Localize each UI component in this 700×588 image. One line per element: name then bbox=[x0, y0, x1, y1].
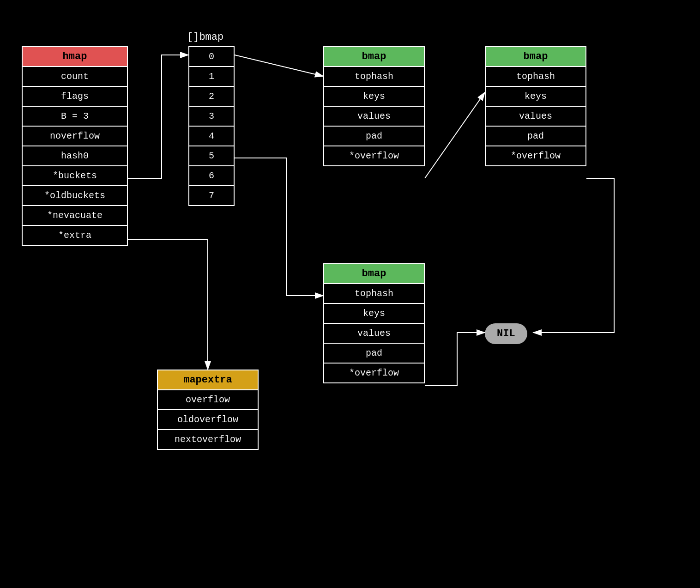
bmap1-tophash: tophash bbox=[324, 66, 424, 86]
mapextra-nextoverflow: nextoverflow bbox=[158, 429, 258, 449]
bmap1-keys: keys bbox=[324, 86, 424, 106]
lbmap-1: 1 bbox=[189, 66, 234, 86]
lbmap-2: 2 bbox=[189, 86, 234, 106]
hmap-nevacuate: *nevacuate bbox=[23, 205, 127, 225]
bmap3-keys: keys bbox=[324, 303, 424, 323]
bmap1-pad: pad bbox=[324, 126, 424, 145]
lbmap-6: 6 bbox=[189, 165, 234, 185]
bmap2-header: bmap bbox=[486, 47, 585, 66]
hmap-buckets: *buckets bbox=[23, 165, 127, 185]
lbmap-label: []bmap bbox=[187, 31, 223, 43]
bmap3-overflow: *overflow bbox=[324, 363, 424, 382]
bmap2-pad: pad bbox=[486, 126, 585, 145]
bmap2-tophash: tophash bbox=[486, 66, 585, 86]
bmap2-values: values bbox=[486, 106, 585, 126]
lbmap-4: 4 bbox=[189, 126, 234, 145]
hmap-noverflow: noverflow bbox=[23, 126, 127, 145]
lbmap-0: 0 bbox=[189, 47, 234, 66]
lbmap-3: 3 bbox=[189, 106, 234, 126]
bmap2-keys: keys bbox=[486, 86, 585, 106]
hmap-header: hmap bbox=[23, 47, 127, 66]
lbmap-struct: 0 1 2 3 4 5 6 7 bbox=[188, 46, 235, 206]
bmap1-header: bmap bbox=[324, 47, 424, 66]
bmap3-struct: bmap tophash keys values pad *overflow bbox=[323, 263, 425, 383]
hmap-hash0: hash0 bbox=[23, 145, 127, 165]
bmap3-values: values bbox=[324, 323, 424, 343]
lbmap-5: 5 bbox=[189, 145, 234, 165]
bmap3-header: bmap bbox=[324, 264, 424, 283]
hmap-count: count bbox=[23, 66, 127, 86]
hmap-extra: *extra bbox=[23, 225, 127, 245]
hmap-struct: hmap count flags B = 3 noverflow hash0 *… bbox=[22, 46, 128, 246]
bmap3-tophash: tophash bbox=[324, 283, 424, 303]
bmap2-struct: bmap tophash keys values pad *overflow bbox=[485, 46, 586, 166]
bmap2-overflow: *overflow bbox=[486, 145, 585, 165]
bmap1-overflow: *overflow bbox=[324, 145, 424, 165]
lbmap-7: 7 bbox=[189, 185, 234, 205]
bmap1-values: values bbox=[324, 106, 424, 126]
bmap1-struct: bmap tophash keys values pad *overflow bbox=[323, 46, 425, 166]
mapextra-oldoverflow: oldoverflow bbox=[158, 409, 258, 429]
mapextra-struct: mapextra overflow oldoverflow nextoverfl… bbox=[157, 370, 259, 450]
hmap-flags: flags bbox=[23, 86, 127, 106]
hmap-oldbuckets: *oldbuckets bbox=[23, 185, 127, 205]
bmap3-pad: pad bbox=[324, 343, 424, 363]
mapextra-overflow: overflow bbox=[158, 389, 258, 409]
hmap-b: B = 3 bbox=[23, 106, 127, 126]
mapextra-header: mapextra bbox=[158, 370, 258, 389]
nil-badge: NIL bbox=[485, 323, 527, 344]
